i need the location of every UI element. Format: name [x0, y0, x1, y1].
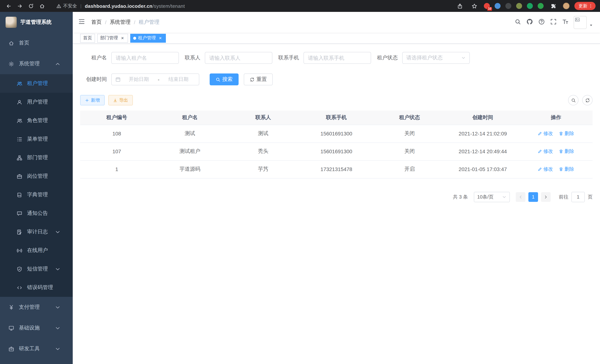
trash-icon: [559, 149, 563, 154]
navbar-actions: [515, 16, 600, 29]
sidebar-item-label: 审计日志: [27, 229, 48, 235]
tabs-bar: 首页部门管理×租户管理×: [73, 33, 600, 44]
sidebar-item-user[interactable]: 用户管理: [0, 93, 73, 111]
page-size-select[interactable]: 10条/页: [474, 192, 510, 202]
export-button-label: 导出: [119, 97, 128, 103]
bookmark-button[interactable]: [469, 1, 479, 11]
address-bar[interactable]: 不安全 | dashboard.yudao.iocoder.cn/system/…: [56, 3, 455, 9]
current-page-button[interactable]: 1: [528, 192, 538, 202]
sidebar-item-post[interactable]: 岗位管理: [0, 167, 73, 186]
date-start-input[interactable]: 开始日期: [122, 76, 155, 83]
tab-label: 首页: [83, 35, 92, 41]
search-icon: [515, 18, 521, 25]
pagination: 共 3 条 10条/页 1 前往 页: [80, 192, 593, 202]
table-header: 租户编号租户名联系人联系手机租户状态创建时间操作: [80, 111, 593, 125]
main-area: 首页/系统管理/租户管理 首页部门管理×租户管理× 租户名联系人联系手机租户状态…: [73, 12, 600, 364]
edit-icon: [538, 167, 542, 171]
github-button[interactable]: [526, 18, 533, 26]
github-icon: [526, 18, 533, 25]
sidebar-item-system[interactable]: 系统管理: [0, 53, 73, 74]
extension-olive-icon[interactable]: [516, 3, 522, 9]
add-button[interactable]: 新增: [80, 95, 105, 105]
sidebar-item-tenant[interactable]: 租户管理: [0, 74, 73, 93]
sidebar-item-menu[interactable]: 菜单管理: [0, 130, 73, 149]
font-size-button[interactable]: [562, 18, 568, 26]
date-range-picker[interactable]: 开始日期 - 结束日期: [111, 74, 199, 85]
search-button[interactable]: [515, 18, 521, 26]
edit-button[interactable]: 修改: [538, 130, 553, 137]
breadcrumb-item-2[interactable]: 系统管理: [110, 19, 131, 26]
profile-avatar[interactable]: [563, 3, 570, 9]
question-button[interactable]: [538, 18, 545, 26]
next-page-button[interactable]: [541, 192, 551, 202]
sidebar-item-errorcode[interactable]: 错误码管理: [0, 278, 73, 297]
sidebar-toggle-button[interactable]: [73, 18, 91, 26]
breadcrumb: 首页/系统管理/租户管理: [91, 19, 159, 26]
close-icon[interactable]: ×: [158, 36, 163, 41]
edit-label: 修改: [544, 166, 553, 173]
sidebar-item-online[interactable]: 在线用户: [0, 241, 73, 260]
user-avatar[interactable]: [574, 16, 587, 29]
filter-input-1[interactable]: [111, 52, 179, 64]
forward-button[interactable]: [15, 1, 25, 11]
plus-icon: [85, 98, 89, 102]
delete-button[interactable]: 删除: [559, 130, 574, 137]
chevron-down-icon: [55, 304, 60, 310]
sidebar-item-dict[interactable]: 字典管理: [0, 186, 73, 204]
sidebar-item-dept[interactable]: 部门管理: [0, 149, 73, 167]
delete-button[interactable]: 删除: [559, 166, 574, 173]
filter-input-3[interactable]: [303, 52, 371, 64]
edit-button[interactable]: 修改: [538, 166, 553, 173]
tenant-status-select[interactable]: 请选择租户状态: [402, 52, 470, 64]
sidebar-item-sms[interactable]: 短信管理: [0, 260, 73, 278]
avatar-caret-down-icon[interactable]: [589, 23, 593, 27]
share-button[interactable]: [455, 1, 465, 11]
breadcrumb-item-1[interactable]: 首页: [91, 19, 102, 26]
home-button[interactable]: [37, 1, 47, 11]
table-header-row: 租户编号租户名联系人联系手机租户状态创建时间操作: [80, 111, 593, 125]
extension-blue-icon[interactable]: [495, 3, 501, 9]
tab-2[interactable]: 部门管理×: [97, 34, 128, 42]
export-button[interactable]: 导出: [108, 95, 133, 105]
browser-actions: 10 更新: [455, 1, 596, 11]
goto-page-input[interactable]: [572, 192, 585, 202]
update-button[interactable]: 更新: [574, 2, 596, 10]
code-icon: [16, 285, 22, 290]
sidebar-item-role[interactable]: 角色管理: [0, 111, 73, 130]
extension-red-icon[interactable]: 10: [484, 3, 490, 9]
role-icon: [16, 118, 22, 123]
sidebar-item-auditlog[interactable]: 审计日志: [0, 223, 73, 241]
filter-field-4: 租户状态请选择租户状态: [377, 52, 470, 64]
extension-teal-icon[interactable]: [538, 3, 544, 9]
security-status[interactable]: 不安全: [56, 3, 77, 9]
sidebar-item-devtool[interactable]: 研发工具: [0, 338, 73, 359]
toggle-search-button[interactable]: [568, 95, 579, 105]
sidebar-item-notice[interactable]: 通知公告: [0, 204, 73, 223]
extension-dark-icon[interactable]: [505, 3, 511, 9]
sidebar-item-infra[interactable]: 基础设施: [0, 318, 73, 338]
sidebar-item-pay[interactable]: 支付管理: [0, 297, 73, 318]
extension-green-icon[interactable]: [527, 3, 533, 9]
tab-label: 部门管理: [100, 35, 118, 41]
sidebar-item-label: 短信管理: [27, 266, 48, 272]
delete-button[interactable]: 删除: [559, 148, 574, 155]
app-logo[interactable]: 芋道管理系统: [0, 12, 73, 33]
cell-name: 芋道源码: [153, 160, 227, 178]
prev-page-button[interactable]: [516, 192, 525, 202]
edit-button[interactable]: 修改: [538, 148, 553, 155]
notice-icon: [16, 211, 22, 216]
sidebar-item-home[interactable]: 首页: [0, 33, 73, 53]
reload-button[interactable]: [26, 1, 36, 11]
search-button[interactable]: 搜索: [210, 74, 239, 85]
date-end-input[interactable]: 结束日期: [162, 76, 195, 83]
reset-button[interactable]: 重置: [244, 74, 273, 85]
close-icon[interactable]: ×: [120, 36, 125, 41]
extensions-button[interactable]: [548, 1, 558, 11]
fullscreen-button[interactable]: [550, 18, 557, 26]
tab-1[interactable]: 首页: [80, 34, 95, 42]
filter-input-2[interactable]: [205, 52, 272, 64]
tab-3[interactable]: 租户管理×: [130, 34, 166, 42]
back-button[interactable]: [4, 1, 13, 11]
refresh-table-button[interactable]: [582, 95, 593, 105]
fold-icon: [78, 18, 85, 25]
